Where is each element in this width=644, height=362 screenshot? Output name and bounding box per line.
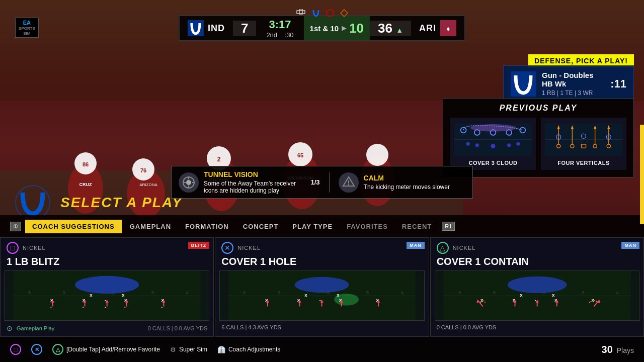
svg-point-132: [508, 277, 567, 293]
previous-play-cards: COVER 3 CLOUD: [450, 118, 626, 170]
prev-play-name-2: FOUR VERTICALS: [545, 160, 622, 166]
play-card-2[interactable]: MAN ✕ NICKEL COVER 1 HOLE 3 3 3 3 4 x x: [215, 237, 429, 337]
svg-point-60: [186, 180, 191, 185]
x-button[interactable]: ✕: [31, 344, 42, 355]
bottom-bar: □ ✕ △ [Double Tap] Add/Remove Favorite ⚙…: [0, 337, 644, 362]
play-card-footer-3: 0 CALLS | 0.0 AVG YDS: [431, 321, 643, 333]
tab-favorites[interactable]: FAVORITES: [341, 220, 394, 233]
nav-tabs: ① COACH SUGGESTIONS GAMEPLAN FORMATION C…: [0, 215, 644, 237]
svg-point-36: [475, 143, 479, 147]
svg-text:3: 3: [28, 290, 31, 295]
svg-text:•: •: [50, 305, 52, 309]
play-formation-2: NICKEL: [237, 245, 261, 251]
play-formation-3: NICKEL: [453, 245, 476, 251]
play-name-1: 1 LB BLITZ: [1, 256, 213, 270]
svg-text:x: x: [305, 292, 308, 298]
play-card-header-2: ✕ NICKEL: [215, 238, 428, 256]
svg-point-38: [466, 142, 470, 145]
play-tag-2: MAN: [407, 242, 425, 249]
svg-point-76: [75, 276, 139, 294]
tunnel-vision-counter: 1/3: [310, 178, 319, 186]
prev-play-card-2[interactable]: FOUR VERTICALS: [541, 118, 626, 170]
plays-count: 30: [602, 344, 613, 355]
control-super-sim: ⚙ Super Sim: [170, 346, 207, 353]
play-diagram-2: 3 3 3 3 4 x x x x • x x: [219, 270, 424, 321]
tunnel-vision-tooltip: TUNNEL VISION Some of the Away Team's re…: [171, 166, 473, 199]
plays-label: Plays: [617, 346, 634, 354]
away-score: 7: [233, 21, 256, 36]
svg-text:•: •: [105, 305, 106, 309]
home-team-abbr: ARI: [419, 23, 436, 34]
play-card-3[interactable]: MAN △ NICKEL COVER 1 CONTAIN 3 3 3 3 4 x…: [430, 237, 644, 337]
play-card-footer-2: 6 CALLS | 4.3 AVG YDS: [215, 321, 428, 333]
formation-text: Gun - Doubles HB Wk 1 RB | 1 TE | 3 WR: [542, 71, 604, 97]
tab-recent[interactable]: RECENT: [396, 220, 438, 233]
formation-name: Gun - Doubles HB Wk: [542, 71, 604, 88]
game-clock: 3:17: [269, 18, 291, 31]
coach-adj-icon: 👔: [217, 346, 225, 353]
play-card-1[interactable]: BLITZ □ NICKEL 1 LB BLITZ 3 3 3 3 4 x x: [0, 237, 214, 337]
tab-concept[interactable]: CONCEPT: [237, 220, 285, 233]
play-cards: BLITZ □ NICKEL 1 LB BLITZ 3 3 3 3 4 x x: [0, 237, 644, 337]
plays-count-area: 30 Plays: [602, 344, 634, 355]
tunnel-vision-title: TUNNEL VISION: [204, 170, 305, 178]
tab-gameplan[interactable]: GAMEPLAN: [124, 220, 177, 233]
svg-text:x: x: [520, 292, 523, 298]
calm-icon: [339, 172, 359, 193]
game-period: 2nd :30: [266, 31, 293, 39]
svg-text:76: 76: [140, 167, 146, 173]
super-sim-label[interactable]: Super Sim: [179, 346, 207, 353]
control-x: ✕: [31, 344, 42, 355]
prev-play-diagram-1: [454, 122, 532, 157]
tunnel-vision-desc: Some of the Away Team's receiver icons a…: [204, 180, 305, 194]
away-team-abbr: IND: [208, 23, 225, 34]
svg-point-14: [366, 144, 388, 166]
svg-point-35: [491, 144, 495, 148]
svg-text:•: •: [105, 298, 106, 303]
tunnel-vision-icon: [179, 172, 199, 193]
super-sim-icon: ⚙: [170, 346, 176, 353]
play-tag-3: MAN: [621, 242, 639, 249]
svg-text:•: •: [124, 305, 126, 309]
hud-center: 3:17 2nd :30: [256, 18, 303, 39]
svg-text:4: 4: [186, 290, 189, 295]
svg-point-67: [348, 184, 349, 185]
play-icon-2: ✕: [221, 242, 233, 254]
prev-play-name-1: COVER 3 CLOUD: [454, 160, 532, 166]
tab-coach-suggestions[interactable]: COACH SUGGESTIONS: [25, 220, 122, 233]
svg-text:x: x: [480, 297, 484, 303]
tab-play-type[interactable]: PLAY TYPE: [286, 220, 339, 233]
play-name-2: COVER 1 HOLE: [215, 256, 428, 270]
play-diagram-1: 3 3 3 3 4 x x x x • x x • • • • •: [5, 270, 209, 321]
svg-text:4: 4: [616, 290, 619, 295]
svg-text:4: 4: [401, 290, 404, 295]
coach-adj-label[interactable]: Coach Adjustments: [228, 346, 280, 353]
svg-text:x: x: [591, 297, 594, 303]
svg-text:3: 3: [582, 290, 585, 295]
previous-play-title: PREVIOUS PLAY: [450, 104, 626, 113]
svg-rect-22: [297, 11, 305, 14]
play-card-header-1: □ NICKEL: [1, 238, 213, 256]
play-icon-1: □: [7, 242, 19, 254]
tunnel-vision-content: TUNNEL VISION Some of the Away Team's re…: [204, 170, 305, 194]
top-icons: [296, 9, 348, 17]
triangle-button[interactable]: △: [52, 344, 63, 355]
svg-marker-23: [341, 10, 348, 17]
play-name-3: COVER 1 CONTAIN: [431, 256, 643, 270]
play-diagram-3: 3 3 3 3 4 x x x x • x x: [435, 270, 639, 321]
svg-text:3: 3: [366, 290, 369, 295]
svg-text:•: •: [83, 305, 84, 309]
tab-icon-coach: ①: [10, 222, 21, 231]
play-icon-3: △: [437, 242, 449, 254]
svg-text:3: 3: [278, 290, 281, 295]
play-card-footer-1: ⊙ Gameplan Play 0 CALLS | 0.0 AVG YDS: [1, 321, 213, 335]
calm-title: CALM: [364, 174, 465, 182]
square-button[interactable]: □: [10, 344, 21, 355]
control-triangle: △ [Double Tap] Add/Remove Favorite: [52, 344, 160, 355]
tab-formation[interactable]: FORMATION: [179, 220, 235, 233]
svg-text:3: 3: [243, 290, 246, 295]
svg-text:65: 65: [297, 152, 303, 158]
svg-text:3: 3: [151, 290, 154, 295]
prev-play-card-1[interactable]: COVER 3 CLOUD: [450, 118, 536, 170]
svg-point-40: [470, 124, 516, 131]
